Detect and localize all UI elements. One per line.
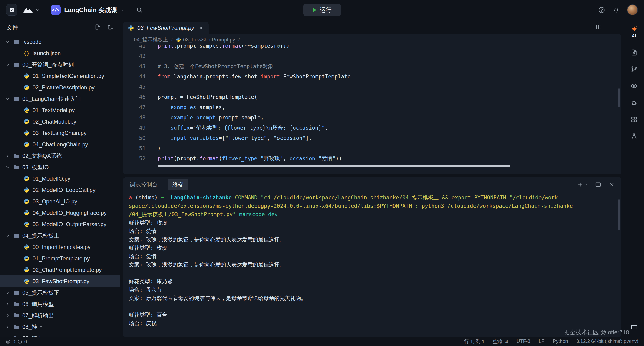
tree-item-label: 01_SimpleTextGeneration.py [32,73,104,79]
activity-ai-assistant[interactable]: AI [628,23,641,41]
search-icon[interactable] [136,7,143,13]
code-line-44[interactable]: 44from langchain.prompts.few_shot import… [123,71,622,82]
tree-file[interactable]: 00_ImportTemplates.py [0,241,120,253]
tree-folder[interactable]: 02_文档QA系统 [0,150,120,161]
status-item[interactable]: LF [539,338,544,345]
status-item[interactable]: 行 1, 列 1 [464,338,484,345]
folder-icon [12,153,20,159]
tree-item-label: 01_PromptTemplate.py [32,255,90,262]
tree-file[interactable]: 03_TextLangChain.py [0,127,120,139]
new-terminal-icon[interactable] [577,182,588,188]
tree-folder[interactable]: 00_开篇词_奇点时刻 [0,59,120,70]
tree-folder[interactable]: 03_模型IO [0,161,120,173]
tree-file[interactable]: 02_ChatPromptTemplate.py [0,264,120,275]
tree-item-label: 04_ModelIO_HuggingFace.py [32,210,107,216]
code-line-45[interactable]: 45 [123,82,622,92]
tree-folder[interactable]: .vscode [0,36,120,48]
user-avatar[interactable] [627,5,638,15]
close-panel-icon[interactable] [609,182,615,188]
status-item[interactable]: Python [553,338,568,345]
run-button[interactable]: 运行 [303,4,341,16]
editor-vertical-scrollbar[interactable] [618,88,620,107]
tree-file[interactable]: 01_PromptTemplate.py [0,253,120,264]
code-line-41[interactable]: 41print(prompt_sample.format(**samples[0… [123,45,622,51]
chevron-down-icon [35,8,40,12]
code-line-51[interactable]: 51) [123,143,622,153]
activity-file-search[interactable] [628,46,641,59]
line-number: 45 [123,82,146,92]
workspace-switcher[interactable] [23,7,40,14]
chevron-down-icon [5,39,10,45]
tree-file[interactable]: 02_ModelIO_LoopCall.py [0,184,120,196]
breadcrumb-item[interactable]: ... [243,37,247,43]
activity-debug[interactable] [628,96,641,109]
project-switcher[interactable]: </> LangChain 实战课 [51,5,125,15]
tree-file[interactable]: 05_ModelIO_OutputParser.py [0,219,120,230]
help-icon[interactable] [598,7,605,14]
tree-file[interactable]: {}launch.json [0,48,120,59]
code-line-52[interactable]: 52print(prompt.format(flower_type="野玫瑰",… [123,153,622,163]
editor-tab[interactable]: 03_FewShotPrompt.py [123,22,209,34]
status-item[interactable]: 3.12.2 64-bit ('shims': pyenv) [576,338,638,345]
app-logo[interactable] [6,4,18,16]
terminal-scrollbar[interactable] [618,199,620,230]
tree-file[interactable]: 01_ModelIO.py [0,173,120,184]
new-folder-icon[interactable] [107,24,114,31]
code-line-50[interactable]: 50 input_variables=["flower_type", "occa… [123,133,622,143]
tree-file[interactable]: 01_TextModel.py [0,104,120,116]
editor-horizontal-scrollbar[interactable] [158,165,510,166]
activity-extensions[interactable] [628,113,641,126]
notifications-bell-icon[interactable] [613,7,620,14]
tree-folder[interactable]: 05_提示模板下 [0,287,120,298]
terminal-output[interactable]: ⊗ (shims) ➜ LangChain-shizhanke COMMAND=… [123,192,622,337]
python-icon [23,255,30,262]
code-line-48[interactable]: 48 example_prompt=prompt_sample, [123,112,622,123]
breadcrumb-item[interactable]: 03_FewShotPrompt.py [176,37,235,43]
split-terminal-icon[interactable] [595,182,601,188]
tree-item-label: 01_LangChain快速入门 [22,95,81,103]
code-editor[interactable]: 41print(prompt_sample.format(**samples[0… [123,45,622,174]
activity-source-control[interactable] [628,63,641,76]
folder-icon [12,289,20,296]
tree-folder[interactable]: 09_链下 [0,332,120,337]
code-line-46[interactable]: 46prompt = FewShotPromptTemplate( [123,92,622,102]
more-actions-icon[interactable] [611,24,617,30]
breadcrumb-separator: / [238,37,240,43]
problems-indicator[interactable]: 0 0 [6,339,27,344]
code-line-42[interactable]: 42 [123,51,622,61]
tree-file[interactable]: 03_OpenAI_IO.py [0,196,120,207]
status-item[interactable]: UTF-8 [516,338,530,345]
code-line-49[interactable]: 49 suffix="鲜花类型: {flower_type}\n场合: {occ… [123,123,622,133]
breadcrumb-item[interactable]: 04_提示模板上 [134,36,168,43]
line-number: 49 [123,123,146,133]
tree-file[interactable]: 03_FewShotPrompt.py [0,275,120,287]
tree-file[interactable]: 04_ModelIO_HuggingFace.py [0,207,120,219]
tree-folder[interactable]: 06_调用模型 [0,298,120,310]
status-item[interactable]: 空格: 4 [493,338,508,345]
tree-folder[interactable]: 07_解析输出 [0,310,120,321]
tab-close-icon[interactable] [199,26,204,31]
new-file-icon[interactable] [94,24,101,31]
activity-testing[interactable] [628,130,641,143]
terminal-tab[interactable]: 调试控制台 [130,181,158,188]
split-editor-icon[interactable] [596,24,602,30]
tree-folder[interactable]: 01_LangChain快速入门 [0,93,120,104]
project-name: LangChain 实战课 [64,6,117,14]
tree-folder[interactable]: 08_链上 [0,321,120,332]
tree-file[interactable]: 02_PictureDescription.py [0,82,120,93]
editor-workspace: 03_FewShotPrompt.py 04_提示模板上/03_FewShotP… [120,20,624,337]
terminal-tab[interactable]: 终端 [168,179,188,190]
code-line-47[interactable]: 47 examples=samples, [123,102,622,112]
activity-preview[interactable] [628,79,641,92]
tree-file[interactable]: 02_ChatModel.py [0,116,120,127]
tree-folder[interactable]: 04_提示模板上 [0,230,120,241]
python-icon [23,130,30,136]
tree-item-label: 06_调用模型 [22,300,54,308]
tree-file[interactable]: 01_SimpleTextGeneration.py [0,70,120,82]
chevron-right-icon [5,313,10,318]
tree-file[interactable]: 04_ChatLongChain.py [0,139,120,150]
code-line-43[interactable]: 43# 3. 创建一个FewShotPromptTemplate对象 [123,61,622,71]
activity-remote-window[interactable] [628,321,641,334]
terminal-tabs: 调试控制台终端 [130,179,188,190]
tree-item-label: launch.json [32,50,61,57]
